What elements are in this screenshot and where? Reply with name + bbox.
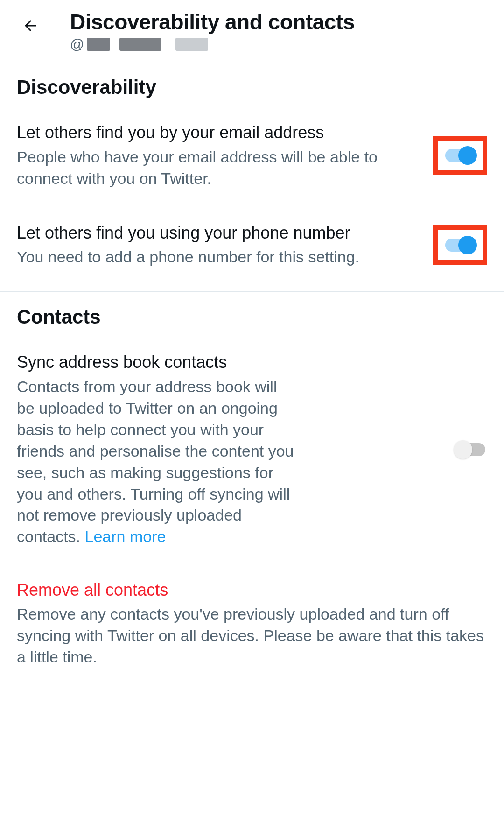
header-text-block: Discoverability and contacts @ (70, 9, 490, 52)
find-by-phone-text: Let others find you using your phone num… (17, 222, 433, 268)
find-by-email-text: Let others find you by your email addres… (17, 122, 433, 190)
redacted-username-part (119, 38, 161, 51)
learn-more-link[interactable]: Learn more (85, 528, 166, 545)
find-by-email-highlight (433, 136, 487, 175)
find-by-phone-label: Let others find you using your phone num… (17, 222, 414, 244)
redacted-username-part (87, 38, 110, 51)
find-by-email-toggle[interactable] (443, 146, 477, 165)
remove-contacts-desc: Remove any contacts you've previously up… (17, 604, 487, 668)
find-by-phone-highlight (433, 225, 487, 265)
sync-contacts-toggle[interactable] (454, 440, 487, 459)
discoverability-section: Discoverability Let others find you by y… (0, 62, 504, 291)
sync-contacts-desc: Contacts from your address book will be … (17, 376, 297, 548)
contacts-section: Contacts Sync address book contacts Cont… (0, 292, 504, 682)
find-by-email-label: Let others find you by your email addres… (17, 122, 414, 144)
sync-contacts-label: Sync address book contacts (17, 352, 297, 373)
discoverability-section-title: Discoverability (17, 76, 487, 99)
username-at: @ (70, 36, 84, 52)
redacted-username-part (175, 38, 208, 51)
username-row: @ (70, 36, 490, 52)
remove-contacts-row[interactable]: Remove all contacts Remove any contacts … (17, 580, 487, 668)
page-title: Discoverability and contacts (70, 9, 490, 35)
find-by-phone-toggle[interactable] (443, 236, 477, 254)
remove-contacts-label: Remove all contacts (17, 580, 487, 600)
sync-contacts-row: Sync address book contacts Contacts from… (17, 352, 487, 548)
arrow-left-icon (22, 17, 39, 34)
back-button[interactable] (19, 14, 42, 37)
contacts-section-title: Contacts (17, 306, 487, 328)
find-by-email-desc: People who have your email address will … (17, 147, 414, 190)
sync-contacts-text: Sync address book contacts Contacts from… (17, 352, 315, 548)
page-header: Discoverability and contacts @ (0, 0, 504, 62)
find-by-phone-row: Let others find you using your phone num… (17, 222, 487, 268)
find-by-email-row: Let others find you by your email addres… (17, 122, 487, 190)
find-by-phone-desc: You need to add a phone number for this … (17, 247, 414, 268)
